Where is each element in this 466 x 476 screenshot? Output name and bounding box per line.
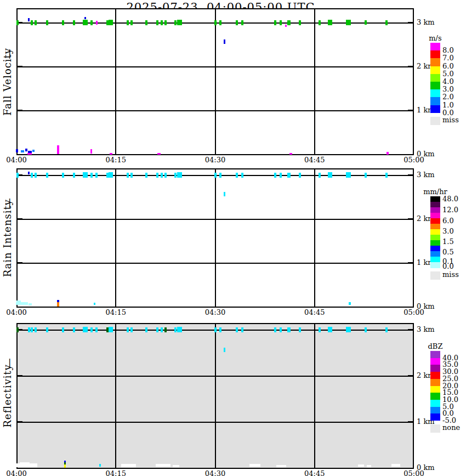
legend-value-label: 48.0 bbox=[442, 195, 458, 203]
x-tick-label: 05:00 bbox=[402, 156, 426, 164]
legend-value-label: 2.0 bbox=[442, 93, 454, 101]
x-tick-label: 04:00 bbox=[4, 308, 29, 316]
data-mark bbox=[16, 173, 19, 178]
x-tick-label: 04:45 bbox=[303, 308, 327, 316]
legend-color-block bbox=[430, 229, 440, 235]
data-mark bbox=[346, 327, 351, 332]
legend-color-block bbox=[430, 89, 440, 98]
data-mark bbox=[145, 20, 147, 25]
legend-value-label: 8.0 bbox=[442, 46, 454, 54]
legend-missing-label: miss bbox=[442, 116, 459, 124]
axis-tick-left bbox=[18, 66, 22, 67]
data-mark bbox=[64, 464, 66, 468]
legend-color-block bbox=[430, 43, 440, 51]
data-mark bbox=[367, 465, 371, 467]
legend-color-block bbox=[430, 240, 440, 246]
data-mark bbox=[127, 327, 129, 332]
gridline-v bbox=[115, 169, 116, 307]
data-mark bbox=[156, 464, 171, 467]
legend-missing-block bbox=[430, 424, 440, 433]
data-mark bbox=[161, 20, 163, 25]
data-mark bbox=[299, 20, 301, 25]
legend-value-label: 0.5 bbox=[442, 248, 454, 256]
data-mark bbox=[346, 20, 351, 25]
data-mark bbox=[73, 173, 75, 178]
data-mark bbox=[287, 173, 291, 178]
data-mark bbox=[214, 20, 217, 25]
legend-color-block bbox=[430, 372, 440, 379]
y-axis-title-reflectivity: Reflectivity bbox=[0, 323, 14, 469]
axis-tick-right bbox=[408, 22, 413, 24]
data-mark bbox=[174, 20, 177, 25]
data-mark bbox=[57, 145, 59, 154]
data-mark bbox=[95, 327, 98, 332]
data-mark bbox=[219, 327, 221, 332]
data-mark bbox=[219, 20, 221, 25]
data-mark bbox=[387, 152, 389, 155]
axis-tick-right bbox=[408, 375, 413, 377]
data-mark bbox=[57, 302, 59, 307]
axis-tick-left bbox=[18, 218, 22, 220]
y-tick-label: 3 km bbox=[417, 18, 435, 26]
data-mark bbox=[62, 173, 64, 178]
axis-label-bar: | bbox=[8, 48, 11, 59]
data-mark bbox=[130, 173, 133, 178]
legend-color-block bbox=[430, 407, 440, 414]
data-mark bbox=[236, 20, 238, 25]
data-mark bbox=[391, 464, 400, 467]
data-mark bbox=[35, 173, 37, 178]
data-mark bbox=[28, 18, 30, 21]
gridline-v bbox=[314, 9, 315, 154]
data-mark bbox=[32, 150, 35, 152]
legend-color-block bbox=[430, 351, 440, 358]
data-mark bbox=[90, 327, 93, 332]
data-mark bbox=[31, 327, 33, 332]
data-mark bbox=[16, 149, 18, 152]
data-mark bbox=[241, 327, 243, 332]
legend-color-block bbox=[430, 262, 440, 268]
data-mark bbox=[236, 327, 238, 332]
x-tick-label: 04:00 bbox=[4, 156, 29, 164]
x-tick-label: 04:30 bbox=[203, 308, 228, 316]
data-mark bbox=[328, 327, 332, 332]
data-mark bbox=[177, 20, 182, 25]
data-mark bbox=[31, 20, 33, 25]
data-mark bbox=[109, 327, 113, 332]
legend-value-label: 5.0 bbox=[442, 70, 454, 78]
x-tick-label: 04:45 bbox=[303, 156, 327, 164]
legend-color-block bbox=[430, 365, 440, 372]
legend-color-block bbox=[430, 196, 440, 202]
legend-value-label: 6.0 bbox=[442, 62, 454, 70]
data-mark bbox=[73, 327, 75, 332]
legend-color-block bbox=[430, 105, 440, 114]
data-mark bbox=[328, 20, 332, 25]
legend-color-block bbox=[430, 202, 440, 208]
legend-color-block bbox=[430, 379, 440, 386]
data-mark bbox=[214, 173, 217, 178]
data-mark bbox=[161, 327, 163, 332]
data-mark bbox=[90, 20, 93, 25]
x-tick-label: 05:00 bbox=[402, 308, 426, 316]
axis-tick-right bbox=[408, 421, 413, 423]
data-mark bbox=[236, 173, 238, 178]
data-mark bbox=[46, 173, 48, 178]
data-mark bbox=[46, 327, 48, 332]
data-mark bbox=[145, 173, 147, 178]
data-mark bbox=[84, 17, 86, 19]
data-mark bbox=[177, 172, 182, 178]
data-mark bbox=[174, 327, 177, 332]
data-mark bbox=[319, 20, 321, 25]
data-mark bbox=[241, 20, 243, 25]
data-mark bbox=[27, 153, 32, 155]
axis-tick-left bbox=[18, 262, 22, 264]
data-mark bbox=[31, 173, 33, 178]
data-mark bbox=[62, 20, 64, 25]
data-mark bbox=[83, 327, 88, 332]
data-mark bbox=[164, 327, 167, 332]
data-mark bbox=[94, 303, 95, 305]
data-mark bbox=[173, 465, 179, 467]
data-mark bbox=[241, 173, 243, 178]
x-tick-label: 04:00 bbox=[4, 469, 29, 476]
data-mark bbox=[287, 327, 291, 332]
x-tick-label: 04:15 bbox=[104, 308, 128, 316]
